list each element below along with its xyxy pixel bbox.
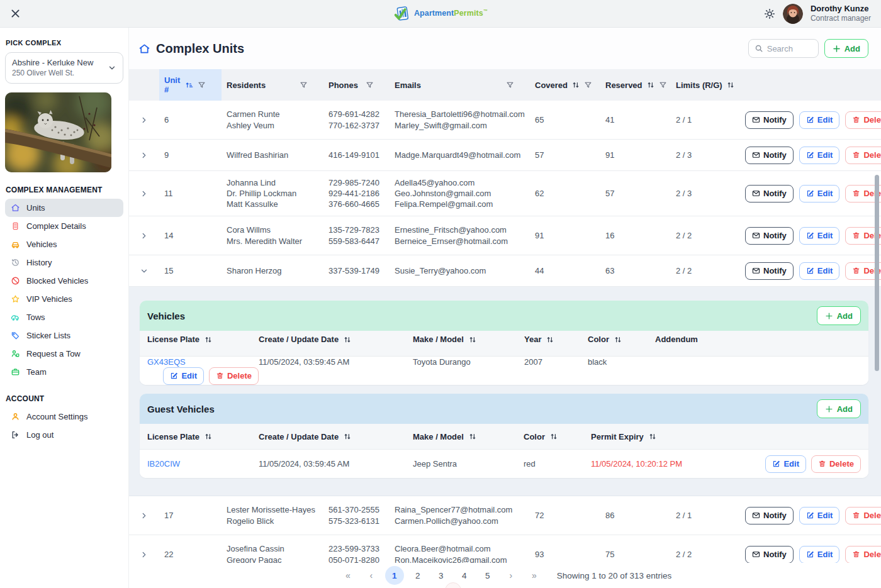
column-header-phones[interactable]: Phones: [323, 69, 390, 101]
sidebar-item-complex-details[interactable]: Complex Details: [5, 217, 123, 235]
funnel-icon[interactable]: [198, 81, 206, 89]
expand-row-button[interactable]: [134, 187, 149, 201]
complex-select[interactable]: Abshire - Kerluke New 250 Oliver Well St…: [5, 52, 123, 84]
page-button-2[interactable]: 2: [408, 566, 427, 585]
delete-button[interactable]: Delete: [845, 111, 881, 129]
column-header-license-plate[interactable]: License Plate: [147, 432, 259, 441]
envelope-icon: [752, 550, 760, 558]
notify-button[interactable]: Notify: [745, 262, 794, 280]
edit-button[interactable]: Edit: [799, 185, 840, 202]
sidebar-item-vehicles[interactable]: Vehicles: [5, 235, 123, 253]
edit-button[interactable]: Edit: [765, 455, 806, 473]
sort-both-icon[interactable]: [726, 80, 735, 89]
last-page-button[interactable]: »: [525, 566, 544, 585]
license-plate-link[interactable]: GX43EQS: [147, 357, 186, 367]
covered-count: 62: [530, 182, 600, 204]
edit-button[interactable]: Edit: [799, 507, 840, 524]
page-button-4[interactable]: 4: [455, 566, 474, 585]
sidebar-item-account-settings[interactable]: Account Settings: [5, 408, 123, 426]
column-header-make-model[interactable]: Make / Model: [413, 432, 524, 441]
theme-toggle-sun-icon[interactable]: [764, 8, 775, 19]
funnel-icon[interactable]: [584, 81, 592, 89]
funnel-icon[interactable]: [366, 81, 374, 89]
expand-row-button[interactable]: [134, 509, 149, 523]
previous-page-button[interactable]: ‹: [362, 566, 381, 585]
delete-button[interactable]: Delete: [845, 507, 881, 524]
column-header-limits-r-g[interactable]: Limits (R/G): [671, 69, 745, 101]
column-header-license-plate[interactable]: License Plate: [147, 335, 259, 344]
add-unit-button[interactable]: Add: [824, 39, 868, 58]
sidebar-item-team[interactable]: Team: [5, 363, 123, 381]
edit-button[interactable]: Edit: [799, 546, 840, 563]
emails: Susie_Terry@yahoo.com: [390, 260, 530, 282]
edit-button[interactable]: Edit: [799, 111, 840, 129]
search-input[interactable]: [767, 44, 811, 53]
sidebar-item-sticker-lists[interactable]: Sticker Lists: [5, 326, 123, 345]
page-button-1[interactable]: 1: [385, 566, 404, 585]
column-header-color[interactable]: Color: [524, 432, 591, 441]
column-header-create-update-date[interactable]: Create / Update Date: [259, 432, 413, 441]
collapse-row-button[interactable]: [134, 264, 149, 278]
sidebar-item-label: Blocked Vehicles: [26, 276, 88, 286]
expand-row-button[interactable]: [134, 113, 149, 127]
sidebar-item-units[interactable]: Units: [5, 199, 123, 217]
first-page-button[interactable]: «: [339, 566, 357, 585]
expand-row-button[interactable]: [134, 148, 149, 162]
edit-button[interactable]: Edit: [799, 262, 840, 280]
sidebar-item-request-a-tow[interactable]: Request a Tow: [5, 345, 123, 363]
column-header-make-model[interactable]: Make / Model: [413, 335, 524, 344]
edit-button[interactable]: Edit: [799, 227, 840, 245]
avatar[interactable]: [783, 4, 803, 24]
notify-button[interactable]: Notify: [745, 227, 794, 245]
notify-button[interactable]: Notify: [745, 546, 794, 563]
row-actions: NotifyEditDelete: [745, 111, 881, 129]
add-guest-vehicles-button[interactable]: Add: [817, 399, 861, 418]
vertical-scrollbar[interactable]: [875, 175, 879, 371]
column-header-emails[interactable]: Emails: [390, 69, 530, 101]
expand-row-button[interactable]: [134, 548, 149, 562]
funnel-icon[interactable]: [506, 81, 514, 89]
delete-button[interactable]: Delete: [209, 367, 259, 385]
close-icon[interactable]: [10, 8, 21, 19]
column-header-year[interactable]: Year: [524, 335, 588, 344]
column-header-unit[interactable]: Unit #: [159, 69, 222, 101]
user-info: Dorothy Kunze Contract manager: [811, 4, 871, 23]
delete-button[interactable]: Delete: [845, 147, 881, 164]
page-button-3[interactable]: 3: [432, 566, 451, 585]
unit-number: 6: [159, 109, 222, 131]
column-header-residents[interactable]: Residents: [222, 69, 323, 101]
sidebar-item-log-out[interactable]: Log out: [5, 426, 123, 444]
column-header-create-update-date[interactable]: Create / Update Date: [259, 335, 413, 344]
cell: Toyota Durango: [413, 357, 524, 367]
sort-both-icon[interactable]: [571, 80, 580, 89]
sidebar-item-label: Request a Tow: [26, 349, 81, 358]
notify-button[interactable]: Notify: [745, 147, 794, 164]
column-header-addendum[interactable]: Addendum: [655, 335, 861, 344]
sidebar-item-history[interactable]: History: [5, 253, 123, 272]
column-label: Covered: [535, 80, 568, 90]
funnel-icon[interactable]: [300, 81, 308, 89]
column-header-covered[interactable]: Covered: [530, 69, 600, 101]
edit-button[interactable]: Edit: [163, 367, 204, 385]
notify-button[interactable]: Notify: [745, 507, 794, 524]
chevron-right-icon: [140, 189, 149, 198]
sidebar-item-vip-vehicles[interactable]: VIP Vehicles: [5, 290, 123, 308]
page-button-5[interactable]: 5: [478, 566, 497, 585]
column-header-reserved[interactable]: Reserved: [600, 69, 671, 101]
sidebar-item-blocked-vehicles[interactable]: Blocked Vehicles: [5, 272, 123, 290]
sidebar-item-tows[interactable]: Tows: [5, 308, 123, 326]
sort-both-icon[interactable]: [646, 80, 655, 89]
expand-row-button[interactable]: [134, 229, 149, 243]
funnel-icon[interactable]: [659, 81, 667, 89]
notify-button[interactable]: Notify: [745, 111, 794, 129]
delete-button[interactable]: Delete: [811, 455, 861, 473]
license-plate-link[interactable]: IB20CIW: [147, 459, 180, 469]
edit-button[interactable]: Edit: [799, 147, 840, 164]
add-vehicles-button[interactable]: Add: [817, 306, 861, 325]
notify-button[interactable]: Notify: [745, 185, 794, 202]
sort-asc-icon[interactable]: [185, 80, 194, 89]
delete-button[interactable]: Delete: [845, 546, 881, 563]
next-page-button[interactable]: ›: [502, 566, 520, 585]
column-header-permit-expiry[interactable]: Permit Expiry: [591, 432, 717, 441]
column-header-color[interactable]: Color: [588, 335, 655, 344]
